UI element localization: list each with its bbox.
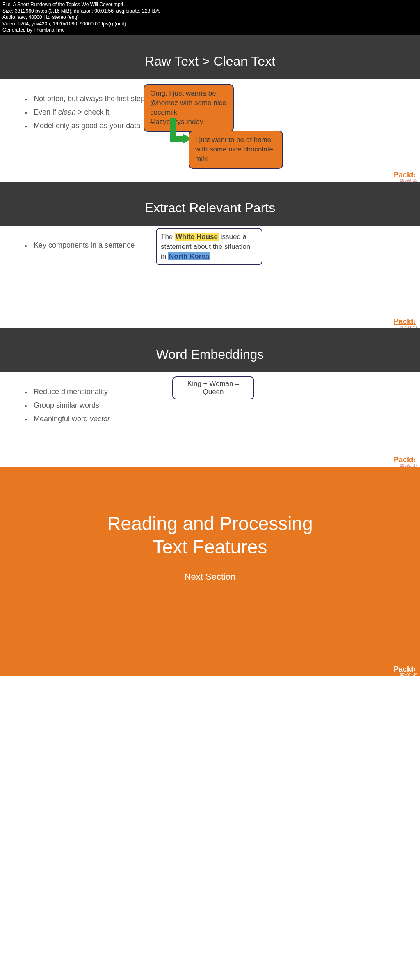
equation-box: King + Woman = Queen [172,376,254,399]
packt-logo: Packt› [394,665,416,674]
final-title-line1: Reading and Processing [107,513,313,534]
packt-logo: Packt› [394,456,416,464]
meta-generated: Generated by Thumbnail me [2,27,418,34]
entity-highlight-yellow: White House [175,233,219,241]
bullet-text: Key components in a sentence [34,241,135,249]
bullet-text: Meaningful word [34,415,90,423]
final-title: Reading and Processing Text Features [16,512,404,559]
entity-text: The [161,233,175,241]
slide-next-section: Reading and Processing Text Features Nex… [0,467,420,676]
bullet-text: Group similar words [34,401,99,409]
slide-extract: Extract Relevant Parts Key components in… [0,182,420,328]
bullet-item: Meaningful word vector [25,415,395,423]
slide-body: Not often, but always the first step Eve… [0,79,420,182]
timestamp: 00:01:49 [400,673,418,676]
meta-audio: Audio: aac, 48000 Hz, stereo (eng) [2,14,418,21]
slide-raw-text: Raw Text > Clean Text Not often, but alw… [0,35,420,182]
slide-title: Raw Text > Clean Text [0,35,420,79]
bullet-text: > check it [76,108,110,116]
speech-bubble-clean: I just want to be at home with some nice… [189,131,283,169]
bullet-text-italic: clean [58,108,76,116]
slide-body: Reduce dimensionality Group similar word… [0,372,420,467]
bullet-text: Model only as good as your data [34,122,140,130]
meta-video: Video: h264, yuv420p, 1920x1080, 90000.0… [2,21,418,28]
packt-logo: Packt› [394,171,416,179]
meta-size: Size: 3312960 bytes (3.16 MiB), duration… [2,8,418,15]
meta-file: File: A Short Rundown of the Topics We W… [2,2,418,8]
bullet-item: Group similar words [25,401,395,410]
bullet-text: Reduce dimensionality [34,388,108,396]
packt-logo: Packt› [394,317,416,326]
final-subtitle: Next Section [16,571,404,582]
final-title-line2: Text Features [153,536,267,558]
entity-highlight-blue: North Korea [168,252,210,260]
bullet-text: Not often, but always the first step [34,94,145,103]
entity-example-box: The White House issued a statement about… [156,228,262,265]
bullet-text-italic: vector [90,415,110,423]
bullet-text: Even if [34,108,58,116]
slide-title: Extract Relevant Parts [0,182,420,226]
slide-embeddings: Word Embeddings Reduce dimensionality Gr… [0,328,420,467]
slide-title: Word Embeddings [0,328,420,372]
file-metadata: File: A Short Rundown of the Topics We W… [0,0,420,35]
slide-body: Key components in a sentence The White H… [0,226,420,328]
